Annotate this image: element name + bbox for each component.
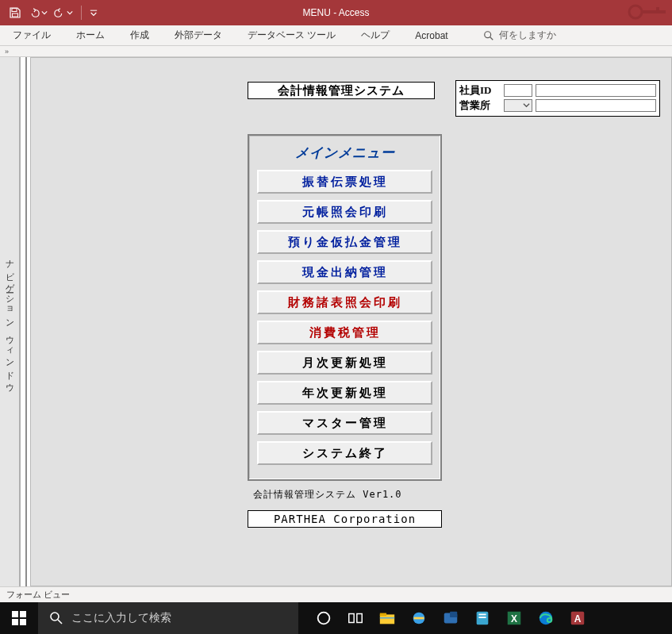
taskbar-tray: X A — [298, 607, 672, 629]
window-title: MENU - Access — [302, 7, 369, 18]
task-view-icon[interactable] — [344, 607, 367, 629]
svg-rect-25 — [478, 617, 486, 618]
ribbon-collapse-strip[interactable]: » — [0, 46, 672, 57]
form-scroll-area: 会計情報管理システム 社員ID 営業所 メインメニュー — [21, 57, 672, 586]
menu-yearly-update[interactable]: 年次更新処理 — [257, 381, 432, 405]
svg-rect-24 — [478, 614, 486, 616]
svg-rect-22 — [450, 612, 457, 617]
svg-point-14 — [318, 613, 330, 624]
tab-home[interactable]: ホーム — [71, 25, 109, 45]
app-icon-1[interactable] — [440, 607, 462, 629]
edge-icon[interactable] — [535, 607, 557, 629]
redo-button[interactable] — [54, 7, 73, 18]
menu-transfer-slip[interactable]: 振替伝票処理 — [257, 170, 432, 194]
expand-chevron-icon: » — [5, 48, 9, 56]
svg-point-3 — [629, 6, 642, 18]
form-surface: 会計情報管理システム 社員ID 営業所 メインメニュー — [30, 57, 672, 586]
menu-tax-management[interactable]: 消費税管理 — [257, 321, 432, 344]
windows-taskbar: ここに入力して検索 X A — [0, 602, 672, 634]
svg-rect-15 — [349, 614, 354, 623]
svg-line-7 — [490, 37, 493, 40]
app-icon-2[interactable] — [471, 607, 493, 629]
office-combo[interactable] — [504, 99, 532, 112]
svg-rect-9 — [20, 611, 26, 617]
internet-explorer-icon[interactable] — [408, 607, 430, 629]
file-explorer-icon[interactable] — [376, 607, 398, 629]
office-label: 営業所 — [459, 98, 501, 113]
office-name-field[interactable] — [536, 99, 656, 112]
employee-name-field[interactable] — [536, 84, 656, 97]
tab-file[interactable]: ファイル — [8, 25, 56, 45]
quick-access-toolbar — [0, 6, 98, 20]
qat-separator — [81, 6, 82, 20]
excel-icon[interactable]: X — [503, 607, 525, 629]
menu-monthly-update[interactable]: 月次更新処理 — [257, 351, 432, 375]
menu-deposit-advance[interactable]: 預り金仮払金管理 — [257, 230, 432, 254]
svg-rect-18 — [380, 613, 386, 617]
navigation-pane-collapsed[interactable]: ナビゲーション ウィンドウ — [0, 57, 21, 586]
svg-rect-11 — [20, 619, 26, 625]
svg-rect-1 — [13, 13, 18, 17]
svg-rect-4 — [642, 10, 666, 13]
svg-rect-5 — [656, 7, 659, 10]
tab-help[interactable]: ヘルプ — [356, 25, 394, 45]
taskbar-search-placeholder: ここに入力して検索 — [71, 611, 171, 625]
chevron-down-icon — [523, 102, 530, 109]
svg-rect-0 — [12, 9, 17, 12]
main-menu-header: メインメニュー — [257, 144, 432, 162]
chevron-down-icon — [67, 10, 73, 16]
menu-ledger-print[interactable]: 元帳照会印刷 — [257, 200, 432, 224]
workspace: ナビゲーション ウィンドウ 会計情報管理システム 社員ID 営業所 — [0, 57, 672, 586]
navigation-pane-label: ナビゲーション ウィンドウ — [4, 254, 16, 389]
svg-rect-2 — [90, 10, 97, 11]
menu-financial-print[interactable]: 財務諸表照会印刷 — [257, 290, 432, 314]
svg-rect-10 — [12, 619, 18, 625]
start-button[interactable] — [0, 602, 38, 634]
tab-acrobat[interactable]: Acrobat — [410, 27, 452, 44]
status-bar: フォーム ビュー — [0, 586, 672, 602]
employee-info-box: 社員ID 営業所 — [455, 80, 660, 117]
main-menu-panel: メインメニュー 振替伝票処理 元帳照会印刷 預り金仮払金管理 現金出納管理 財務… — [248, 134, 442, 481]
tab-external[interactable]: 外部データ — [170, 25, 227, 45]
svg-rect-19 — [380, 617, 394, 618]
search-icon — [49, 611, 63, 625]
status-text: フォーム ビュー — [6, 589, 70, 601]
menu-system-exit[interactable]: システム終了 — [257, 441, 432, 465]
svg-point-6 — [484, 31, 490, 37]
windows-logo-icon — [12, 611, 26, 625]
undo-button[interactable] — [29, 7, 48, 18]
title-bar: MENU - Access — [0, 0, 672, 25]
save-icon[interactable] — [8, 6, 22, 20]
access-icon[interactable]: A — [566, 607, 589, 629]
svg-line-13 — [58, 620, 62, 624]
tell-me-placeholder: 何をしますか — [499, 29, 556, 42]
version-label: 会計情報管理システム Ver1.0 — [253, 488, 402, 501]
tell-me-search[interactable]: 何をしますか — [483, 29, 556, 42]
svg-rect-16 — [357, 614, 362, 623]
system-title: 会計情報管理システム — [248, 82, 435, 99]
svg-point-12 — [51, 613, 59, 621]
svg-text:A: A — [574, 613, 582, 624]
menu-master-maintenance[interactable]: マスター管理 — [257, 411, 432, 435]
customize-qat-button[interactable] — [90, 9, 98, 17]
svg-text:X: X — [511, 613, 517, 624]
employee-id-label: 社員ID — [459, 83, 501, 98]
taskbar-search[interactable]: ここに入力して検索 — [38, 602, 298, 634]
chevron-down-icon — [41, 10, 48, 16]
tab-create[interactable]: 作成 — [125, 25, 154, 45]
company-label: PARTHEA Corporation — [248, 510, 442, 528]
app-decoration-icon — [624, 2, 667, 25]
tab-dbtools[interactable]: データベース ツール — [243, 25, 340, 45]
employee-id-field[interactable] — [504, 84, 532, 97]
cortana-icon[interactable] — [313, 607, 335, 629]
search-icon — [483, 30, 494, 41]
menu-cash-management[interactable]: 現金出納管理 — [257, 260, 432, 284]
svg-rect-8 — [12, 611, 18, 617]
ribbon-tabs: ファイル ホーム 作成 外部データ データベース ツール ヘルプ Acrobat… — [0, 25, 672, 46]
